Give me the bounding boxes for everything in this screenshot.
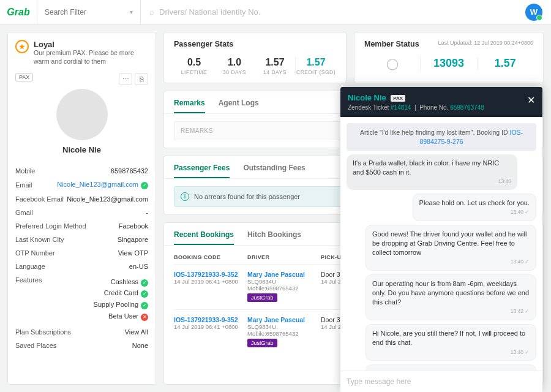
tab-passenger-fees[interactable]: Passenger Fees xyxy=(174,161,230,178)
lang-label: Language xyxy=(15,263,45,270)
chat-input[interactable] xyxy=(347,377,536,386)
tab-agent-logs[interactable]: Agent Logs xyxy=(219,96,259,113)
plan-link[interactable]: View All xyxy=(125,328,148,336)
zendesk-ticket-link[interactable]: #14814 xyxy=(391,104,411,111)
copy-button[interactable]: ⎘ xyxy=(135,73,148,85)
login-method-value: Facebook xyxy=(119,222,148,230)
col-booking-code: BOOKING CODE xyxy=(174,254,247,260)
close-icon[interactable]: ✕ xyxy=(527,94,535,106)
chat-passenger-name: Nicole Nie xyxy=(348,93,386,102)
tab-outstanding-fees[interactable]: Outstanding Fees xyxy=(243,161,305,178)
login-method-label: Preferred Login Method xyxy=(15,222,86,230)
chat-header: Nicole Nie PAX Zendesk Ticket #14814 | P… xyxy=(340,87,542,117)
chat-message-outgoing: Thank you for reaching out.I hope we hav… xyxy=(365,364,536,371)
saved-value[interactable]: None xyxy=(132,342,148,349)
brand-logo: Grab xyxy=(0,7,37,18)
lang-value: en-US xyxy=(129,263,148,270)
booking-code-link[interactable]: IOS-137921933-9-352 xyxy=(174,271,247,278)
tab-remarks[interactable]: Remarks xyxy=(174,96,205,113)
fb-email-value[interactable]: Nicole_Nie123@gmail.com xyxy=(67,195,148,203)
driver-link[interactable]: Mary Jane Pascual xyxy=(247,271,321,278)
loyal-badge-icon: ★ xyxy=(15,40,29,53)
fb-email-label: Facebook Email xyxy=(15,195,64,203)
service-tag: JustGrab xyxy=(247,339,277,347)
chat-panel: Nicole Nie PAX Zendesk Ticket #14814 | P… xyxy=(340,87,542,392)
check-icon: ✓ xyxy=(141,302,148,309)
chat-message-outgoing: Please hold on. Let us check for you.13:… xyxy=(413,194,536,221)
otp-link[interactable]: View OTP xyxy=(118,249,148,257)
check-icon: ✓ xyxy=(141,182,148,189)
member-points: 13093 xyxy=(421,57,476,70)
chat-phone: 6598763748 xyxy=(450,104,484,111)
passenger-avatar xyxy=(56,89,108,140)
gmail-value: - xyxy=(146,209,148,216)
mobile-label: Mobile xyxy=(15,167,35,175)
chat-system-banner: Article "I'd like help finding my lost i… xyxy=(347,123,536,151)
col-driver: DRIVER xyxy=(247,254,321,260)
last-updated: Last Updated: 12 Jul 2019 00:24+0800 xyxy=(438,40,533,46)
service-tag: JustGrab xyxy=(247,293,277,302)
search-icon: ⌕ xyxy=(149,7,154,17)
passenger-profile-card: ★ Loyal Our premium PAX. Please be more … xyxy=(7,32,156,385)
search-filter-label: Search Filter xyxy=(45,8,86,17)
chat-body: Article "I'd like help finding my lost i… xyxy=(340,117,542,371)
tab-hitch-bookings[interactable]: Hitch Bookings xyxy=(247,228,301,245)
features-label: Features xyxy=(15,276,42,284)
gmail-label: Gmail xyxy=(15,209,33,216)
loyal-subtitle: Our premium PAX. Please be more warm and… xyxy=(34,49,148,66)
loyal-title: Loyal xyxy=(34,40,148,49)
chat-message-outgoing: Good news! The driver found your wallet … xyxy=(365,225,536,271)
chat-pax-chip: PAX xyxy=(391,95,405,102)
pax-chip: PAX xyxy=(15,73,33,81)
otp-label: OTP Number xyxy=(15,249,55,257)
passenger-stats-card: Passenger Stats 0.5LIFETIME 1.030 DAYS 1… xyxy=(163,32,347,83)
search-input[interactable] xyxy=(159,7,517,17)
saved-label: Saved Places xyxy=(15,342,56,349)
chat-message-outgoing: Hi Nicole, are you still there? If not, … xyxy=(365,324,536,361)
city-value: Singapore xyxy=(118,236,148,243)
passenger-stats-title: Passenger Stats xyxy=(174,40,336,48)
plan-label: Plan Subscriptions xyxy=(15,328,71,336)
tab-recent-bookings[interactable]: Recent Bookings xyxy=(174,228,234,245)
tier-icon: ◯ xyxy=(386,57,399,70)
member-multiplier: 1.57 xyxy=(478,57,533,70)
search-box[interactable]: ⌕ xyxy=(141,7,525,17)
booking-code-link[interactable]: IOS-137921933-9-352 xyxy=(174,316,247,323)
more-button[interactable]: ⋯ xyxy=(119,73,132,85)
chevron-down-icon: ▾ xyxy=(130,9,133,15)
user-avatar[interactable]: W xyxy=(525,4,542,21)
chat-input-area xyxy=(340,371,542,392)
email-label: Email xyxy=(15,181,32,189)
chat-message-outgoing: Our operating hour is from 8am -6pm, wee… xyxy=(365,274,536,320)
member-status-card: Last Updated: 12 Jul 2019 00:24+0800 Mem… xyxy=(354,32,544,83)
email-value[interactable]: Nicole_Nie123@gmail.com xyxy=(57,181,138,188)
city-label: Last Known City xyxy=(15,236,64,243)
search-filter-dropdown[interactable]: Search Filter ▾ xyxy=(37,0,141,24)
mobile-value: 6598765432 xyxy=(111,167,148,175)
topbar: Grab Search Filter ▾ ⌕ W xyxy=(0,0,551,24)
features-list: Cashless✓ Credit Card✓ Supply Pooling✓ B… xyxy=(94,276,148,322)
cross-icon: ✕ xyxy=(141,314,148,321)
driver-link[interactable]: Mary Jane Pascual xyxy=(247,316,321,323)
check-icon: ✓ xyxy=(141,290,148,298)
chat-message-incoming: It's a Prada wallet, black in color. i h… xyxy=(347,154,517,189)
info-icon: i xyxy=(181,192,189,201)
passenger-name: Nicole Nie xyxy=(15,145,148,154)
check-icon: ✓ xyxy=(141,279,148,287)
